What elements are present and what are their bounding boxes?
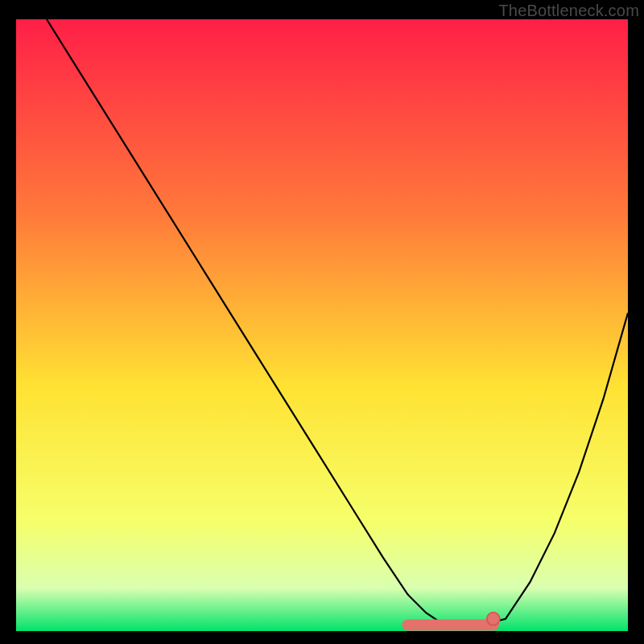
gradient-background <box>16 19 628 631</box>
optimal-point-marker <box>487 613 500 625</box>
chart-svg <box>16 19 628 631</box>
chart-frame: TheBottleneck.com <box>0 0 644 644</box>
plot-area <box>16 19 628 631</box>
watermark-text: TheBottleneck.com <box>498 2 639 20</box>
